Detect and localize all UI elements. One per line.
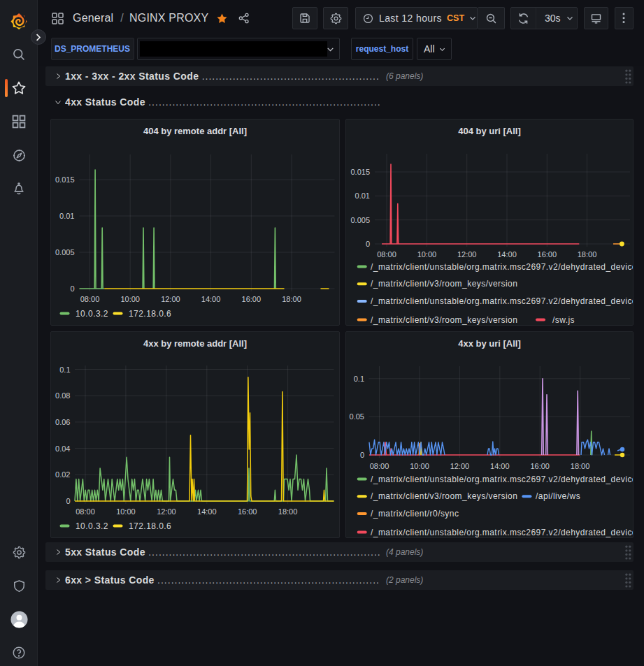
svg-text:08:00: 08:00 [377,250,396,259]
svg-text:16:00: 16:00 [538,250,557,259]
svg-text:0.1: 0.1 [354,375,364,383]
svg-text:/_matrix/client/v3/room_keys/v: /_matrix/client/v3/room_keys/version [371,279,517,289]
svg-text:14:00: 14:00 [197,507,217,516]
svg-text:/sw.js: /sw.js [552,315,575,325]
svg-text:0: 0 [366,240,370,248]
svg-text:10.0.3.2: 10.0.3.2 [76,521,108,531]
svg-text:/_matrix/client/r0/sync: /_matrix/client/r0/sync [371,509,459,519]
svg-text:0: 0 [360,451,364,459]
svg-text:10:00: 10:00 [116,507,136,516]
svg-text:0.1: 0.1 [59,365,70,374]
svg-text:12:00: 12:00 [457,250,477,259]
svg-text:0.08: 0.08 [55,391,70,400]
svg-text:18:00: 18:00 [282,295,301,303]
svg-text:/_matrix/client/unstable/org.m: /_matrix/client/unstable/org.matrix.msc2… [371,475,634,484]
svg-text:08:00: 08:00 [76,507,95,516]
svg-text:16:00: 16:00 [242,295,262,303]
svg-text:18:00: 18:00 [578,250,597,259]
svg-text:10:00: 10:00 [417,250,437,259]
svg-text:/_matrix/client/unstable/org.m: /_matrix/client/unstable/org.matrix.msc2… [371,296,634,306]
svg-text:10:00: 10:00 [120,295,140,303]
svg-text:08:00: 08:00 [80,295,100,303]
svg-text:12:00: 12:00 [161,295,180,303]
svg-text:/_matrix/client/v3/room_keys/v: /_matrix/client/v3/room_keys/version [371,315,517,325]
svg-text:172.18.0.6: 172.18.0.6 [129,309,171,319]
svg-text:0.01: 0.01 [59,212,74,220]
svg-text:0.015: 0.015 [350,168,370,176]
svg-text:/_matrix/client/unstable/org.m: /_matrix/client/unstable/org.matrix.msc2… [371,528,634,537]
svg-text:/_matrix/client/v3/room_keys/v: /_matrix/client/v3/room_keys/version [371,491,517,501]
svg-text:10.0.3.2: 10.0.3.2 [76,309,108,319]
svg-text:14:00: 14:00 [490,462,510,470]
svg-text:0.015: 0.015 [55,175,75,184]
svg-text:0: 0 [66,497,70,505]
svg-text:18:00: 18:00 [571,462,590,470]
svg-text:/api/live/ws: /api/live/ws [536,491,580,501]
svg-text:0.06: 0.06 [55,418,70,426]
svg-text:12:00: 12:00 [157,507,176,516]
svg-text:0.01: 0.01 [355,191,370,200]
svg-text:0.04: 0.04 [55,444,70,453]
svg-text:172.18.0.6: 172.18.0.6 [129,521,171,531]
svg-text:16:00: 16:00 [530,462,550,470]
svg-text:0.05: 0.05 [350,412,364,421]
svg-text:08:00: 08:00 [370,462,389,470]
svg-text:14:00: 14:00 [497,250,517,259]
svg-text:12:00: 12:00 [450,462,470,470]
svg-text:14:00: 14:00 [201,295,221,303]
svg-text:16:00: 16:00 [238,507,257,516]
svg-text:18:00: 18:00 [278,507,298,516]
svg-text:0.005: 0.005 [55,248,75,256]
svg-text:0: 0 [70,284,74,293]
svg-text:0.02: 0.02 [55,470,70,479]
svg-text:/_matrix/client/unstable/org.m: /_matrix/client/unstable/org.matrix.msc2… [371,262,634,272]
svg-text:10:00: 10:00 [410,462,429,470]
svg-text:0.005: 0.005 [350,216,370,224]
